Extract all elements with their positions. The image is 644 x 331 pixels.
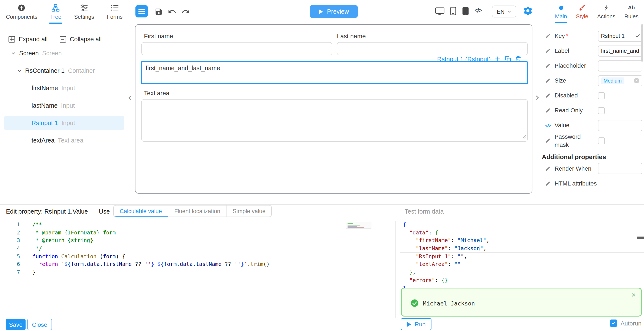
property-label: Disabled (554, 91, 598, 100)
close-icon[interactable]: ✕ (631, 292, 636, 298)
preview-button[interactable]: Preview (310, 5, 358, 18)
json-line[interactable]: }, (400, 269, 644, 276)
mobile-view-icon[interactable] (450, 7, 456, 15)
autorun-checkbox[interactable] (610, 320, 617, 327)
module-tab-settings[interactable]: Settings (73, 2, 95, 24)
property-input-placeholder[interactable] (598, 60, 642, 71)
collapse-right-panel-handle[interactable]: › (536, 93, 540, 102)
tree-item-rsinput-1[interactable]: RsInput 1Input (4, 116, 124, 130)
tree-item-screen[interactable]: ScreenScreen (4, 46, 124, 60)
collapse-left-panel-handle[interactable]: ‹ (128, 93, 132, 102)
pencil-icon[interactable] (545, 33, 554, 39)
menu-button[interactable] (136, 5, 148, 17)
pencil-icon[interactable] (545, 138, 554, 144)
module-tab-tree[interactable]: Tree (49, 2, 62, 24)
code-line[interactable]: 5function Calculation (form) { (0, 253, 395, 261)
value-tab-calculable-value[interactable]: Calculable value (114, 206, 168, 217)
resize-handle-icon[interactable] (522, 133, 526, 140)
pencil-icon[interactable] (545, 108, 554, 113)
json-line[interactable]: "RsInput 1": "", (400, 253, 644, 261)
save-icon[interactable] (154, 7, 163, 16)
property-label: Size (554, 77, 598, 85)
json-line[interactable]: "textArea": "" (400, 261, 644, 269)
property-input-label[interactable]: first_name_and_last_name (598, 45, 642, 56)
selected-input-rsinput-1[interactable]: first_name_and_last_name (141, 61, 528, 84)
code-view-icon[interactable]: </> (474, 7, 482, 13)
pencil-icon[interactable] (545, 78, 554, 83)
property-checkbox-disabled[interactable] (598, 92, 605, 99)
chevron-down-icon[interactable] (17, 68, 22, 73)
module-tab-components[interactable]: Components (5, 2, 38, 24)
minimap[interactable] (346, 222, 372, 229)
module-tab-forms[interactable]: Forms (106, 2, 124, 24)
property-label: Placeholder (554, 62, 598, 70)
first-name-input[interactable] (142, 42, 332, 55)
property-input-render-when[interactable] (598, 163, 642, 174)
style-icon (578, 4, 586, 11)
value-tab-fluent-localization[interactable]: Fluent localization (168, 206, 226, 217)
play-icon (406, 322, 411, 327)
language-select[interactable]: EN (492, 5, 516, 17)
tab-rules[interactable]: AbRules (624, 2, 638, 23)
save-button[interactable]: Save (6, 319, 26, 330)
json-line[interactable]: "lastName": "Jackson", (400, 245, 644, 253)
property-input-value[interactable] (598, 120, 642, 131)
json-line[interactable]: "firstName": "Michael", (400, 237, 644, 245)
settings-icon (80, 4, 88, 12)
expand-all-button[interactable]: Expand all (8, 36, 48, 42)
clear-icon[interactable]: ✕ (634, 78, 639, 83)
json-line[interactable]: "errors": {} (400, 277, 644, 285)
expand-all-icon (8, 36, 15, 42)
tab-label: Actions (597, 13, 615, 19)
right-panel-scrollbar[interactable] (641, 24, 643, 62)
test-form-data-label: Test form data (405, 208, 444, 215)
tab-style[interactable]: Style (576, 2, 588, 23)
value-tab-simple-value[interactable]: Simple value (226, 206, 272, 217)
textarea-input[interactable] (142, 99, 528, 142)
run-button[interactable]: Run (401, 318, 432, 330)
property-row-placeholder: Placeholder (545, 58, 642, 73)
property-row-key: Key*RsInput 1 (545, 28, 642, 43)
json-line[interactable]: { (400, 221, 644, 229)
result-notification: Michael Jackson ✕ (401, 288, 642, 317)
json-line[interactable]: "data": { (400, 229, 644, 237)
code-line[interactable]: 6 return `${form.data.firstName ?? ''} $… (0, 261, 395, 269)
redo-icon[interactable] (182, 7, 190, 16)
property-select-size[interactable]: Medium✕ (598, 75, 642, 86)
pencil-icon[interactable] (545, 63, 554, 68)
module-tab-label: Components (6, 13, 37, 20)
tree-item-rscontainer-1[interactable]: RsContainer 1Container (4, 63, 124, 78)
tab-main[interactable]: Main (555, 2, 567, 23)
tree-item-lastname[interactable]: lastNameInput (4, 98, 124, 113)
collapse-all-button[interactable]: Collapse all (60, 36, 102, 42)
chevron-down-icon[interactable] (11, 51, 16, 55)
tree-item-textarea[interactable]: textAreaText area (4, 133, 124, 148)
property-row-label: Labelfirst_name_and_last_name (545, 43, 642, 58)
pencil-icon[interactable] (545, 93, 554, 98)
property-label: HTML attributes (554, 180, 642, 188)
desktop-view-icon[interactable] (435, 7, 445, 15)
tablet-view-icon[interactable] (462, 7, 469, 15)
pencil-icon[interactable] (545, 181, 554, 186)
pencil-icon[interactable] (545, 166, 554, 171)
close-button[interactable]: Close (27, 319, 52, 330)
code-line[interactable]: 4 */ (0, 245, 395, 253)
property-checkbox-password-mask[interactable] (598, 137, 605, 144)
property-checkbox-read-only[interactable] (598, 107, 605, 114)
form-canvas[interactable]: First name Last name RsInput 1 (RsInput)… (135, 24, 532, 194)
tab-actions[interactable]: Actions (597, 2, 615, 23)
property-input-key[interactable]: RsInput 1 (598, 30, 642, 41)
gear-icon[interactable] (522, 5, 533, 16)
code-line[interactable]: 2 * @param {IFormData} form (0, 229, 395, 237)
code-line[interactable]: 1/** (0, 221, 395, 229)
pencil-icon[interactable] (545, 48, 554, 54)
check-icon (635, 33, 640, 38)
code-line[interactable]: 7} (0, 269, 395, 276)
tree-item-firstname[interactable]: firstNameInput (4, 81, 124, 95)
undo-icon[interactable] (168, 7, 176, 16)
code-line[interactable]: 3 * @return {string} (0, 237, 395, 245)
code-editor[interactable]: 1/**2 * @param {IFormData} form3 * @retu… (0, 221, 395, 318)
code-icon[interactable]: </> (545, 123, 554, 128)
last-name-input[interactable] (337, 42, 528, 55)
tree-item-type: Input (61, 85, 75, 91)
